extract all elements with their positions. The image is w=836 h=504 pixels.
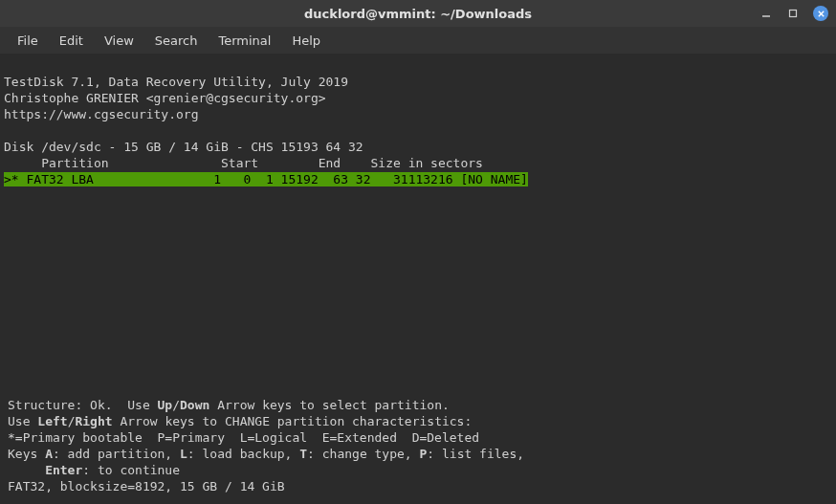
key-up: Up [158,398,173,412]
key-enter: Enter [45,463,82,477]
menu-search[interactable]: Search [145,30,208,52]
hint-l5: Enter: to continue [8,463,180,477]
close-button[interactable] [813,6,828,21]
key-l: L [180,447,187,461]
minimize-button[interactable] [759,7,773,20]
window-titlebar: ducklord@vmmint: ~/Downloads [0,0,836,27]
key-down: Down [180,398,209,412]
app-header-line2: Christophe GRENIER <grenier@cgsecurity.o… [4,91,326,105]
menubar: File Edit View Search Terminal Help [0,27,836,54]
disk-info: Disk /dev/sdc - 15 GB / 14 GiB - CHS 151… [4,140,363,154]
key-a: A [45,447,53,461]
hint-block: Structure: Ok. Use Up/Down Arrow keys to… [4,393,528,498]
svg-rect-1 [790,11,797,17]
app-header-line1: TestDisk 7.1, Data Recovery Utility, Jul… [4,75,348,89]
partition-columns: Partition Start End Size in sectors [4,156,483,170]
menu-file[interactable]: File [8,30,48,52]
key-left: Left [37,414,67,428]
maximize-button[interactable] [786,7,800,20]
terminal-area[interactable]: TestDisk 7.1, Data Recovery Utility, Jul… [0,54,836,191]
menu-view[interactable]: View [95,30,143,52]
hint-l6: FAT32, blocksize=8192, 15 GB / 14 GiB [8,479,285,493]
key-right: Right [75,414,112,428]
window-title: ducklord@vmmint: ~/Downloads [304,7,532,21]
menu-terminal[interactable]: Terminal [209,30,280,52]
app-header-line3: https://www.cgsecurity.org [4,107,199,121]
window-controls [759,6,828,21]
key-t: T [299,447,307,461]
hint-l1: Structure: Ok. Use Up/Down Arrow keys to… [8,398,450,412]
menu-help[interactable]: Help [282,30,330,52]
hint-l3: *=Primary bootable P=Primary L=Logical E… [8,430,479,445]
hint-l2: Use Left/Right Arrow keys to CHANGE part… [8,414,472,428]
hint-l4: Keys A: add partition, L: load backup, T… [8,447,524,461]
partition-row-selected[interactable]: >* FAT32 LBA 1 0 1 15192 63 32 31113216 … [4,172,528,186]
menu-edit[interactable]: Edit [50,30,93,52]
